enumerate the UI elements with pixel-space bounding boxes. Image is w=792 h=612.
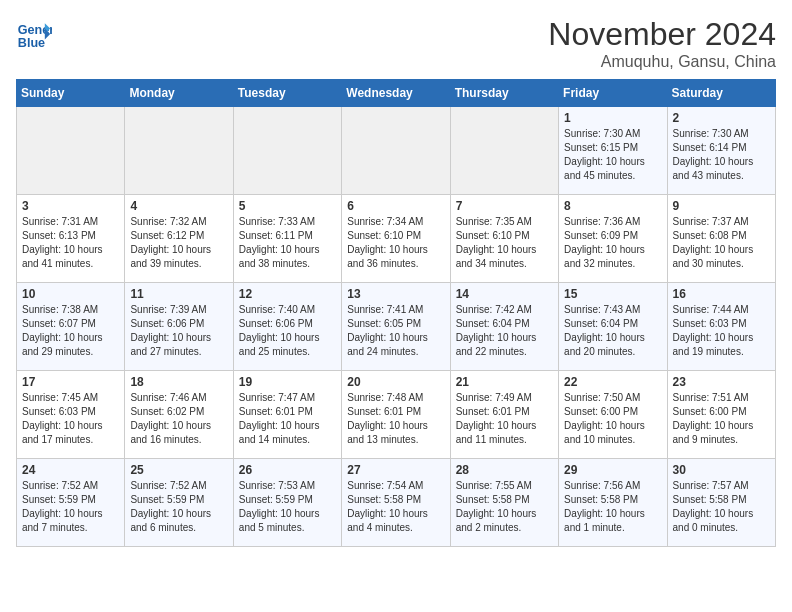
calendar-cell: 6Sunrise: 7:34 AMSunset: 6:10 PMDaylight… [342, 195, 450, 283]
header-friday: Friday [559, 80, 667, 107]
calendar-cell: 26Sunrise: 7:53 AMSunset: 5:59 PMDayligh… [233, 459, 341, 547]
day-info: Sunrise: 7:45 AMSunset: 6:03 PMDaylight:… [22, 391, 119, 447]
header-saturday: Saturday [667, 80, 775, 107]
day-info: Sunrise: 7:52 AMSunset: 5:59 PMDaylight:… [22, 479, 119, 535]
calendar-cell: 14Sunrise: 7:42 AMSunset: 6:04 PMDayligh… [450, 283, 558, 371]
day-number: 29 [564, 463, 661, 477]
calendar-cell: 23Sunrise: 7:51 AMSunset: 6:00 PMDayligh… [667, 371, 775, 459]
calendar-cell: 21Sunrise: 7:49 AMSunset: 6:01 PMDayligh… [450, 371, 558, 459]
calendar-cell: 18Sunrise: 7:46 AMSunset: 6:02 PMDayligh… [125, 371, 233, 459]
day-number: 13 [347, 287, 444, 301]
day-info: Sunrise: 7:39 AMSunset: 6:06 PMDaylight:… [130, 303, 227, 359]
calendar-cell: 20Sunrise: 7:48 AMSunset: 6:01 PMDayligh… [342, 371, 450, 459]
logo-icon: General Blue [16, 16, 52, 52]
calendar-cell: 10Sunrise: 7:38 AMSunset: 6:07 PMDayligh… [17, 283, 125, 371]
day-number: 14 [456, 287, 553, 301]
calendar-header-row: SundayMondayTuesdayWednesdayThursdayFrid… [17, 80, 776, 107]
day-info: Sunrise: 7:33 AMSunset: 6:11 PMDaylight:… [239, 215, 336, 271]
day-number: 4 [130, 199, 227, 213]
day-info: Sunrise: 7:50 AMSunset: 6:00 PMDaylight:… [564, 391, 661, 447]
day-number: 28 [456, 463, 553, 477]
calendar-cell: 19Sunrise: 7:47 AMSunset: 6:01 PMDayligh… [233, 371, 341, 459]
calendar-cell: 1Sunrise: 7:30 AMSunset: 6:15 PMDaylight… [559, 107, 667, 195]
calendar-cell: 30Sunrise: 7:57 AMSunset: 5:58 PMDayligh… [667, 459, 775, 547]
day-info: Sunrise: 7:54 AMSunset: 5:58 PMDaylight:… [347, 479, 444, 535]
header-sunday: Sunday [17, 80, 125, 107]
calendar-cell [342, 107, 450, 195]
svg-text:Blue: Blue [18, 36, 45, 50]
day-number: 27 [347, 463, 444, 477]
calendar-cell: 4Sunrise: 7:32 AMSunset: 6:12 PMDaylight… [125, 195, 233, 283]
header-tuesday: Tuesday [233, 80, 341, 107]
day-number: 17 [22, 375, 119, 389]
calendar-cell: 8Sunrise: 7:36 AMSunset: 6:09 PMDaylight… [559, 195, 667, 283]
calendar-cell: 7Sunrise: 7:35 AMSunset: 6:10 PMDaylight… [450, 195, 558, 283]
calendar-cell: 24Sunrise: 7:52 AMSunset: 5:59 PMDayligh… [17, 459, 125, 547]
day-info: Sunrise: 7:57 AMSunset: 5:58 PMDaylight:… [673, 479, 770, 535]
calendar-cell: 22Sunrise: 7:50 AMSunset: 6:00 PMDayligh… [559, 371, 667, 459]
day-info: Sunrise: 7:32 AMSunset: 6:12 PMDaylight:… [130, 215, 227, 271]
day-number: 2 [673, 111, 770, 125]
day-info: Sunrise: 7:47 AMSunset: 6:01 PMDaylight:… [239, 391, 336, 447]
day-number: 19 [239, 375, 336, 389]
calendar-cell: 25Sunrise: 7:52 AMSunset: 5:59 PMDayligh… [125, 459, 233, 547]
day-number: 22 [564, 375, 661, 389]
day-info: Sunrise: 7:53 AMSunset: 5:59 PMDaylight:… [239, 479, 336, 535]
title-area: November 2024 Amuquhu, Gansu, China [548, 16, 776, 71]
header-wednesday: Wednesday [342, 80, 450, 107]
day-info: Sunrise: 7:51 AMSunset: 6:00 PMDaylight:… [673, 391, 770, 447]
day-info: Sunrise: 7:31 AMSunset: 6:13 PMDaylight:… [22, 215, 119, 271]
day-info: Sunrise: 7:55 AMSunset: 5:58 PMDaylight:… [456, 479, 553, 535]
logo: General Blue [16, 16, 52, 52]
day-number: 1 [564, 111, 661, 125]
day-number: 16 [673, 287, 770, 301]
calendar-cell: 12Sunrise: 7:40 AMSunset: 6:06 PMDayligh… [233, 283, 341, 371]
calendar-week-3: 10Sunrise: 7:38 AMSunset: 6:07 PMDayligh… [17, 283, 776, 371]
day-number: 23 [673, 375, 770, 389]
day-number: 7 [456, 199, 553, 213]
day-info: Sunrise: 7:46 AMSunset: 6:02 PMDaylight:… [130, 391, 227, 447]
day-info: Sunrise: 7:38 AMSunset: 6:07 PMDaylight:… [22, 303, 119, 359]
day-info: Sunrise: 7:37 AMSunset: 6:08 PMDaylight:… [673, 215, 770, 271]
day-info: Sunrise: 7:40 AMSunset: 6:06 PMDaylight:… [239, 303, 336, 359]
header-monday: Monday [125, 80, 233, 107]
location-subtitle: Amuquhu, Gansu, China [548, 53, 776, 71]
calendar-cell: 29Sunrise: 7:56 AMSunset: 5:58 PMDayligh… [559, 459, 667, 547]
day-number: 3 [22, 199, 119, 213]
day-number: 12 [239, 287, 336, 301]
calendar-week-2: 3Sunrise: 7:31 AMSunset: 6:13 PMDaylight… [17, 195, 776, 283]
day-info: Sunrise: 7:49 AMSunset: 6:01 PMDaylight:… [456, 391, 553, 447]
day-number: 6 [347, 199, 444, 213]
day-number: 9 [673, 199, 770, 213]
calendar-cell: 17Sunrise: 7:45 AMSunset: 6:03 PMDayligh… [17, 371, 125, 459]
calendar-cell: 2Sunrise: 7:30 AMSunset: 6:14 PMDaylight… [667, 107, 775, 195]
calendar-cell [125, 107, 233, 195]
day-number: 8 [564, 199, 661, 213]
day-info: Sunrise: 7:30 AMSunset: 6:14 PMDaylight:… [673, 127, 770, 183]
day-info: Sunrise: 7:35 AMSunset: 6:10 PMDaylight:… [456, 215, 553, 271]
calendar-cell: 16Sunrise: 7:44 AMSunset: 6:03 PMDayligh… [667, 283, 775, 371]
calendar-cell [17, 107, 125, 195]
calendar-cell: 9Sunrise: 7:37 AMSunset: 6:08 PMDaylight… [667, 195, 775, 283]
calendar-cell: 11Sunrise: 7:39 AMSunset: 6:06 PMDayligh… [125, 283, 233, 371]
header: General Blue November 2024 Amuquhu, Gans… [16, 16, 776, 71]
day-info: Sunrise: 7:36 AMSunset: 6:09 PMDaylight:… [564, 215, 661, 271]
day-info: Sunrise: 7:42 AMSunset: 6:04 PMDaylight:… [456, 303, 553, 359]
day-info: Sunrise: 7:56 AMSunset: 5:58 PMDaylight:… [564, 479, 661, 535]
day-number: 26 [239, 463, 336, 477]
calendar-week-5: 24Sunrise: 7:52 AMSunset: 5:59 PMDayligh… [17, 459, 776, 547]
day-number: 30 [673, 463, 770, 477]
day-number: 25 [130, 463, 227, 477]
day-info: Sunrise: 7:41 AMSunset: 6:05 PMDaylight:… [347, 303, 444, 359]
day-number: 24 [22, 463, 119, 477]
day-number: 15 [564, 287, 661, 301]
calendar-cell: 27Sunrise: 7:54 AMSunset: 5:58 PMDayligh… [342, 459, 450, 547]
calendar-table: SundayMondayTuesdayWednesdayThursdayFrid… [16, 79, 776, 547]
day-info: Sunrise: 7:43 AMSunset: 6:04 PMDaylight:… [564, 303, 661, 359]
day-number: 18 [130, 375, 227, 389]
calendar-cell: 3Sunrise: 7:31 AMSunset: 6:13 PMDaylight… [17, 195, 125, 283]
calendar-cell [450, 107, 558, 195]
calendar-week-1: 1Sunrise: 7:30 AMSunset: 6:15 PMDaylight… [17, 107, 776, 195]
day-info: Sunrise: 7:52 AMSunset: 5:59 PMDaylight:… [130, 479, 227, 535]
calendar-cell [233, 107, 341, 195]
